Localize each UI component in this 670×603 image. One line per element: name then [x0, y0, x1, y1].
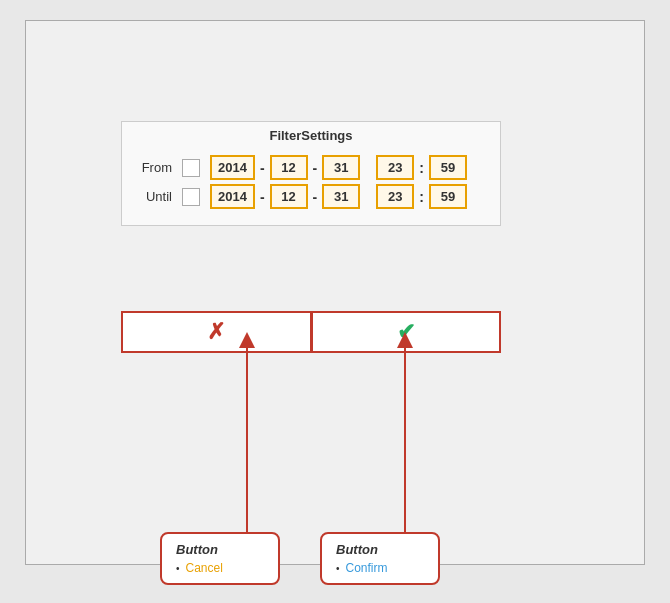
confirm-annotation: Button • Confirm: [320, 532, 440, 585]
from-label: From: [132, 160, 172, 175]
buttons-area: ✗ ✔: [121, 311, 501, 353]
cancel-annotation-label: Cancel: [186, 561, 223, 575]
confirm-annotation-label: Confirm: [346, 561, 388, 575]
confirm-button[interactable]: ✔: [312, 311, 502, 353]
panel-title: FilterSettings: [122, 122, 500, 151]
from-row: From 2014 - 12 - 31 23 : 59: [132, 155, 490, 180]
confirm-annotation-title: Button: [336, 542, 424, 557]
sep3: :: [419, 160, 424, 176]
filter-settings-panel: FilterSettings From 2014 - 12 - 31 23 : …: [121, 121, 501, 226]
until-day[interactable]: 31: [322, 184, 360, 209]
confirm-bullet: •: [336, 563, 340, 574]
from-month[interactable]: 12: [270, 155, 308, 180]
until-min[interactable]: 59: [429, 184, 467, 209]
cancel-annotation-item: • Cancel: [176, 561, 264, 575]
cancel-annotation: Button • Cancel: [160, 532, 280, 585]
from-hour[interactable]: 23: [376, 155, 414, 180]
sep5: -: [313, 189, 318, 205]
cancel-annotation-title: Button: [176, 542, 264, 557]
until-checkbox[interactable]: [182, 188, 200, 206]
until-row: Until 2014 - 12 - 31 23 : 59: [132, 184, 490, 209]
cancel-icon: ✗: [207, 319, 225, 345]
sep1: -: [260, 160, 265, 176]
from-day[interactable]: 31: [322, 155, 360, 180]
confirm-icon: ✔: [397, 319, 415, 345]
until-year[interactable]: 2014: [210, 184, 255, 209]
from-checkbox[interactable]: [182, 159, 200, 177]
until-label: Until: [132, 189, 172, 204]
sep6: :: [419, 189, 424, 205]
cancel-bullet: •: [176, 563, 180, 574]
from-min[interactable]: 59: [429, 155, 467, 180]
sep2: -: [313, 160, 318, 176]
sep4: -: [260, 189, 265, 205]
until-month[interactable]: 12: [270, 184, 308, 209]
from-year[interactable]: 2014: [210, 155, 255, 180]
cancel-button[interactable]: ✗: [121, 311, 312, 353]
confirm-annotation-item: • Confirm: [336, 561, 424, 575]
outer-container: FilterSettings From 2014 - 12 - 31 23 : …: [25, 20, 645, 565]
until-hour[interactable]: 23: [376, 184, 414, 209]
